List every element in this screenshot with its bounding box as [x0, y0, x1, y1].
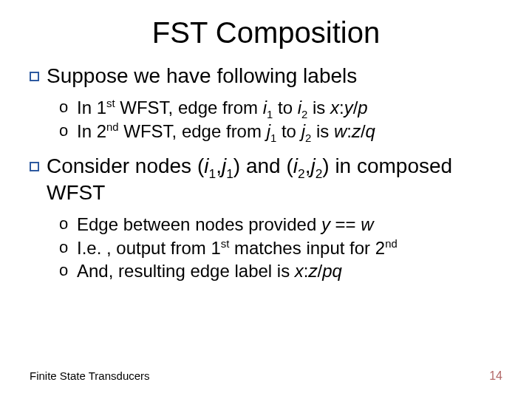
txt: I.e. , output from 1 [77, 238, 221, 258]
var: q [366, 121, 375, 141]
var: p [358, 98, 367, 117]
square-bullet-icon [30, 72, 39, 81]
bullet-2: Consider nodes (i1,j1) and (i2,j2) in co… [30, 153, 502, 206]
sub: 1 [208, 166, 216, 181]
slide-number: 14 [489, 369, 502, 383]
txt: to [276, 121, 301, 141]
bullet-1-sub-2-text: In 2nd WFST, edge from j1 to j2 is w:z/q [77, 120, 375, 143]
bullet-2-sub-3-text: And, resulting edge label is x:z/pq [77, 260, 342, 283]
bullet-2-sub-1-text: Edge between nodes provided y == w [77, 214, 374, 236]
bullet-1-sub-1: o In 1st WFST, edge from i1 to i2 is x:y… [59, 97, 502, 120]
bullet-2-text: Consider nodes (i1,j1) and (i2,j2) in co… [47, 153, 502, 206]
bullet-1-sub-2: o In 2nd WFST, edge from j1 to j2 is w:z… [59, 120, 502, 143]
var: pq [322, 261, 342, 281]
sup: nd [385, 238, 398, 250]
bullet-2-subs: o Edge between nodes provided y == w o I… [30, 214, 502, 283]
txt: is [311, 121, 334, 141]
bullet-2-sub-2-text: I.e. , output from 1st matches input for… [77, 237, 398, 260]
bullet-2-sub-3: o And, resulting edge label is x:z/pq [59, 260, 502, 283]
txt: WFST, edge from [115, 98, 263, 117]
var: y [344, 98, 353, 117]
bullet-1: Suppose we have following labels [30, 63, 502, 89]
var: x [295, 261, 304, 281]
bullet-1-subs: o In 1st WFST, edge from i1 to i2 is x:y… [30, 97, 502, 143]
sup: nd [106, 121, 119, 133]
var: z [309, 261, 318, 281]
var: x [330, 98, 339, 117]
circle-bullet-icon: o [59, 214, 71, 234]
slide-title: FST Composition [30, 16, 502, 50]
txt: == [330, 214, 361, 234]
sub: 2 [298, 166, 305, 181]
bullet-group-2: Consider nodes (i1,j1) and (i2,j2) in co… [30, 153, 502, 206]
slide-footer: Finite State Transducers 14 [30, 369, 502, 383]
circle-bullet-icon: o [59, 120, 71, 141]
txt: : [347, 121, 352, 141]
txt: Edge between nodes provided [77, 214, 321, 234]
var: y [321, 214, 330, 234]
var: w [334, 121, 347, 141]
txt: In 1 [77, 98, 106, 117]
circle-bullet-icon: o [59, 237, 71, 258]
txt: / [361, 121, 366, 141]
var: z [352, 121, 361, 141]
txt: In 2 [77, 121, 106, 141]
sup: st [106, 98, 115, 109]
square-bullet-icon [30, 162, 39, 171]
bullet-1-sub-1-text: In 1st WFST, edge from i1 to i2 is x:y/p [77, 97, 368, 120]
circle-bullet-icon: o [59, 97, 71, 117]
txt: WFST, edge from [119, 121, 267, 141]
sub: 1 [226, 166, 233, 181]
footer-left: Finite State Transducers [30, 369, 150, 382]
sub: 2 [316, 166, 323, 181]
txt: : [339, 98, 344, 117]
txt: Consider nodes ( [47, 154, 204, 177]
bullet-2-sub-1: o Edge between nodes provided y == w [59, 214, 502, 236]
sup: st [221, 238, 230, 250]
txt: is [307, 98, 330, 117]
circle-bullet-icon: o [59, 260, 71, 281]
bullet-2-sub-2: o I.e. , output from 1st matches input f… [59, 237, 502, 260]
txt: ) and ( [233, 154, 293, 177]
txt: : [304, 261, 309, 281]
txt: And, resulting edge label is [77, 261, 295, 281]
txt: , [216, 154, 222, 177]
sub: 2 [305, 132, 311, 143]
bullet-1-text: Suppose we have following labels [47, 63, 357, 89]
txt: to [273, 98, 297, 117]
bullet-group-1: Suppose we have following labels [30, 63, 502, 89]
var: w [361, 214, 373, 234]
slide: FST Composition Suppose we have followin… [0, 0, 532, 399]
txt: matches input for 2 [229, 238, 385, 258]
